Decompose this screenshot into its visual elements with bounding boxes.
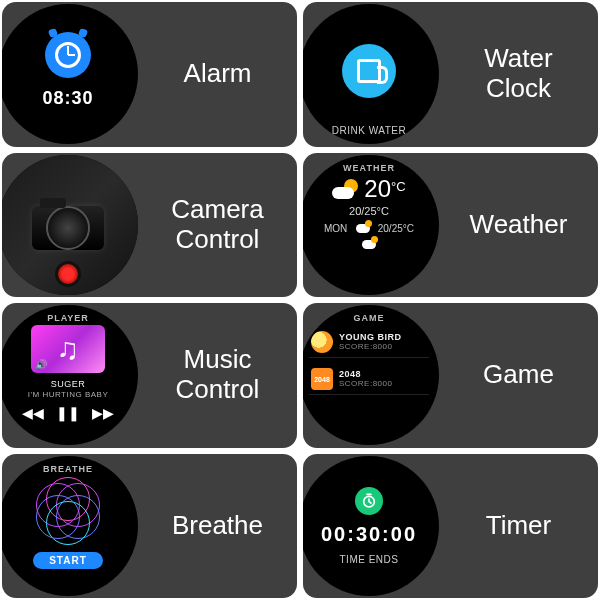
watchface-game: GAME YOUNG BIRD SCORE:8000 2048 2048 SCO… xyxy=(303,305,439,445)
weather-header: WEATHER xyxy=(303,163,439,173)
next-button[interactable]: ▶▶ xyxy=(92,405,114,421)
partly-cloudy-icon xyxy=(356,224,370,233)
game-item[interactable]: YOUNG BIRD SCORE:8000 xyxy=(309,327,429,358)
feature-grid: 08:30 Alarm DRINK WATER Water Clock SHUT… xyxy=(0,0,600,600)
album-art: ♫ 🔊 xyxy=(31,325,105,373)
tile-camera-control[interactable]: SHUTTER Camera Control xyxy=(2,153,297,298)
tile-label: Timer xyxy=(439,511,598,541)
start-button[interactable]: START xyxy=(33,552,103,569)
tile-label: Camera Control xyxy=(138,195,297,255)
tile-alarm[interactable]: 08:30 Alarm xyxy=(2,2,297,147)
pause-button[interactable]: ❚❚ xyxy=(56,405,80,421)
game-score: SCORE:8000 xyxy=(339,380,392,389)
music-scene: ♫ 🔊 SUGER I'M HURTING BABY ◀◀ ❚❚ ▶▶ xyxy=(2,305,138,445)
camera-icon xyxy=(32,206,104,250)
partly-cloudy-icon xyxy=(362,240,376,249)
alarm-clock-icon xyxy=(45,32,91,78)
watchface-water: DRINK WATER xyxy=(303,4,439,144)
game-score: SCORE:8000 xyxy=(339,343,402,352)
timer-time: 00:30:00 xyxy=(321,523,417,546)
forecast-row: MON 20/25°C xyxy=(324,223,414,234)
water-caption: DRINK WATER xyxy=(303,125,439,136)
timer-caption: TIME ENDS xyxy=(340,554,399,565)
track-subtitle: I'M HURTING BABY xyxy=(28,390,109,399)
watchface-timer: 00:30:00 TIME ENDS xyxy=(303,456,439,596)
weather-unit: °C xyxy=(391,178,406,193)
tile-label: Breathe xyxy=(138,511,297,541)
weather-temp: 20 xyxy=(364,175,391,202)
tile-label: Water Clock xyxy=(439,44,598,104)
music-note-icon: ♫ xyxy=(57,334,80,364)
game-item[interactable]: 2048 2048 SCORE:8000 xyxy=(309,364,429,395)
watchface-weather: WEATHER 20°C 20/25°C MON 20/25°C xyxy=(303,155,439,295)
weather-scene: 20°C 20/25°C MON 20/25°C xyxy=(303,155,439,295)
tile-label: Weather xyxy=(439,210,598,240)
partly-cloudy-icon xyxy=(332,179,358,199)
watchface-alarm: 08:30 xyxy=(2,4,138,144)
breathe-scene: START xyxy=(2,456,138,596)
tile-water-clock[interactable]: DRINK WATER Water Clock xyxy=(303,2,598,147)
game-header: GAME xyxy=(303,313,439,323)
weather-range: 20/25°C xyxy=(349,205,389,217)
forecast-range: 20/25°C xyxy=(378,223,414,234)
breathe-flower-icon xyxy=(33,476,103,546)
shutter-button[interactable] xyxy=(55,261,81,287)
watchface-camera: SHUTTER xyxy=(2,155,138,295)
tile-game[interactable]: GAME YOUNG BIRD SCORE:8000 2048 2048 SCO… xyxy=(303,303,598,448)
breathe-header: BREATHE xyxy=(2,464,138,474)
volume-icon: 🔊 xyxy=(35,359,47,370)
tile-label: Alarm xyxy=(138,59,297,89)
forecast-day: MON xyxy=(324,223,347,234)
mug-icon xyxy=(342,44,396,98)
game-list: YOUNG BIRD SCORE:8000 2048 2048 SCORE:80… xyxy=(303,305,439,445)
track-title: SUGER xyxy=(51,379,86,389)
music-header: PLAYER xyxy=(2,313,138,323)
tile-music-control[interactable]: PLAYER ♫ 🔊 SUGER I'M HURTING BABY ◀◀ ❚❚ … xyxy=(2,303,297,448)
watchface-music: PLAYER ♫ 🔊 SUGER I'M HURTING BABY ◀◀ ❚❚ … xyxy=(2,305,138,445)
timer-scene: 00:30:00 TIME ENDS xyxy=(303,456,439,596)
camera-scene xyxy=(2,155,138,295)
alarm-time: 08:30 xyxy=(42,88,93,109)
tile-timer[interactable]: 00:30:00 TIME ENDS Timer xyxy=(303,454,598,599)
forecast-row xyxy=(324,240,414,249)
tile-label: Music Control xyxy=(138,345,297,405)
watchface-breathe: BREATHE START xyxy=(2,456,138,596)
prev-button[interactable]: ◀◀ xyxy=(22,405,44,421)
tile-breathe[interactable]: BREATHE START Breathe xyxy=(2,454,297,599)
bird-icon xyxy=(311,331,333,353)
tile-label: Game xyxy=(439,360,598,390)
timer-icon xyxy=(355,487,383,515)
tile-weather[interactable]: WEATHER 20°C 20/25°C MON 20/25°C xyxy=(303,153,598,298)
2048-icon: 2048 xyxy=(311,368,333,390)
